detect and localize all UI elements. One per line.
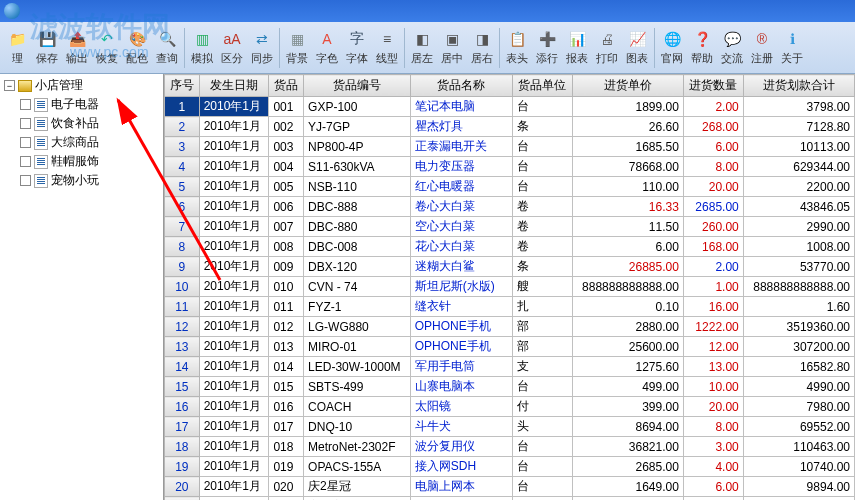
- table-row[interactable]: 192010年1月019OPACS-155A接入网SDH台2685.004.00…: [165, 457, 855, 477]
- row-number: 7: [165, 217, 200, 237]
- table-row[interactable]: 182010年1月018MetroNet-2302F波分复用仪台36821.00…: [165, 437, 855, 457]
- product-name: 花心大白菜: [410, 237, 512, 257]
- table-row[interactable]: 112010年1月011FYZ-1缝衣针扎0.1016.001.60: [165, 297, 855, 317]
- cell: MetroNet-2302F: [304, 437, 411, 457]
- toolbar-线型[interactable]: ≡线型: [372, 24, 402, 72]
- column-header[interactable]: 货品名称: [410, 75, 512, 97]
- toolbar-注册[interactable]: ®注册: [747, 24, 777, 72]
- table-row[interactable]: 102010年1月010CVN - 74斯坦尼斯(水版)艘88888888888…: [165, 277, 855, 297]
- tree-item-大综商品[interactable]: 大综商品: [2, 133, 161, 152]
- price-cell: 36821.00: [572, 437, 683, 457]
- total-cell: 4990.00: [743, 377, 854, 397]
- toolbar-关于[interactable]: ℹ关于: [777, 24, 807, 72]
- column-header[interactable]: 进货数量: [683, 75, 743, 97]
- toolbar-表头[interactable]: 📋表头: [502, 24, 532, 72]
- toolbar-报表[interactable]: 📊报表: [562, 24, 592, 72]
- toolbar-帮助[interactable]: ❓帮助: [687, 24, 717, 72]
- column-header[interactable]: 进货单价: [572, 75, 683, 97]
- table-row[interactable]: 82010年1月008DBC-008花心大白菜卷6.00168.001008.0…: [165, 237, 855, 257]
- table-row[interactable]: 172010年1月017DNQ-10斗牛犬头8694.008.0069552.0…: [165, 417, 855, 437]
- toolbar-交流[interactable]: 💬交流: [717, 24, 747, 72]
- column-header[interactable]: 货品: [269, 75, 304, 97]
- column-header[interactable]: 货品单位: [512, 75, 572, 97]
- data-grid[interactable]: 序号发生日期货品货品编号货品名称货品单位进货单价进货数量进货划款合计 12010…: [164, 74, 855, 500]
- table-row[interactable]: 42010年1月004S11-630kVA电力变压器台78668.008.006…: [165, 157, 855, 177]
- table-row[interactable]: 62010年1月006DBC-888卷心大白菜卷16.332685.004384…: [165, 197, 855, 217]
- price-cell: 25600.00: [572, 337, 683, 357]
- toolbar-恢复[interactable]: ↶恢复: [92, 24, 122, 72]
- toolbar-同步[interactable]: ⇄同步: [247, 24, 277, 72]
- collapse-icon[interactable]: −: [4, 80, 15, 91]
- table-row[interactable]: 132010年1月013MIRO-01OPHONE手机部25600.0012.0…: [165, 337, 855, 357]
- table-row[interactable]: 92010年1月009DBX-120迷糊大白鲨条26885.002.005377…: [165, 257, 855, 277]
- toolbar-图表[interactable]: 📈图表: [622, 24, 652, 72]
- table-row[interactable]: 202010年1月020庆2星冠电脑上网本台1649.006.009894.00: [165, 477, 855, 497]
- product-name: 电脑上网本: [410, 477, 512, 497]
- table-row[interactable]: 152010年1月015SBTS-499山寨电脑本台499.0010.00499…: [165, 377, 855, 397]
- checkbox-icon[interactable]: [20, 118, 31, 129]
- toolbar-区分[interactable]: aA区分: [217, 24, 247, 72]
- main-area: − 小店管理 电子电器饮食补品大综商品鞋帽服饰宠物小玩 序号发生日期货品货品编号…: [0, 74, 855, 500]
- checkbox-icon[interactable]: [20, 99, 31, 110]
- toolbar-保存[interactable]: 💾保存: [32, 24, 62, 72]
- column-header[interactable]: 进货划款合计: [743, 75, 854, 97]
- toolbar-字色[interactable]: A字色: [312, 24, 342, 72]
- table-row[interactable]: 142010年1月014LED-30W-1000M军用手电筒支1275.6013…: [165, 357, 855, 377]
- column-header[interactable]: 发生日期: [199, 75, 269, 97]
- 保存-icon: 💾: [37, 29, 57, 49]
- toolbar-模拟[interactable]: ▥模拟: [187, 24, 217, 72]
- tree-item-label: 饮食补品: [51, 115, 99, 132]
- checkbox-icon[interactable]: [20, 156, 31, 167]
- table-row[interactable]: 12010年1月001GXP-100笔记本电脑台1899.002.003798.…: [165, 97, 855, 117]
- toolbar-字体[interactable]: 字字体: [342, 24, 372, 72]
- 字体-icon: 字: [347, 29, 367, 49]
- qty-cell: 1222.00: [683, 317, 743, 337]
- total-cell: 629344.00: [743, 157, 854, 177]
- checkbox-icon[interactable]: [20, 175, 31, 186]
- tree-item-电子电器[interactable]: 电子电器: [2, 95, 161, 114]
- row-number: 4: [165, 157, 200, 177]
- cell: 018: [269, 437, 304, 457]
- toolbar-查询[interactable]: 🔍查询: [152, 24, 182, 72]
- toolbar-居左[interactable]: ◧居左: [407, 24, 437, 72]
- toolbar-separator: [654, 28, 655, 68]
- toolbar-输出[interactable]: 📤输出: [62, 24, 92, 72]
- tree-item-宠物小玩[interactable]: 宠物小玩: [2, 171, 161, 190]
- tree-item-label: 大综商品: [51, 134, 99, 151]
- row-number: 13: [165, 337, 200, 357]
- toolbar-添行[interactable]: ➕添行: [532, 24, 562, 72]
- table-row[interactable]: 22010年1月002YJ-7GP瞿杰灯具条26.60268.007128.80: [165, 117, 855, 137]
- qty-cell: 8.00: [683, 157, 743, 177]
- toolbar-打印[interactable]: 🖨打印: [592, 24, 622, 72]
- column-header[interactable]: 货品编号: [304, 75, 411, 97]
- toolbar-理[interactable]: 📁理: [2, 24, 32, 72]
- cell: 台: [512, 477, 572, 497]
- tree-root-node[interactable]: − 小店管理: [2, 76, 161, 95]
- cell: DBC-008: [304, 237, 411, 257]
- table-row[interactable]: 32010年1月003NP800-4P正泰漏电开关台1685.506.00101…: [165, 137, 855, 157]
- toolbar-居右[interactable]: ◨居右: [467, 24, 497, 72]
- 添行-icon: ➕: [537, 29, 557, 49]
- table-row[interactable]: 72010年1月007DBC-880空心大白菜卷11.50260.002990.…: [165, 217, 855, 237]
- toolbar-居中[interactable]: ▣居中: [437, 24, 467, 72]
- cell: 017: [269, 417, 304, 437]
- toolbar-背景[interactable]: ▦背景: [282, 24, 312, 72]
- 区分-icon: aA: [222, 29, 242, 49]
- tree-item-饮食补品[interactable]: 饮食补品: [2, 114, 161, 133]
- price-cell: 1899.00: [572, 97, 683, 117]
- toolbar-label: 线型: [376, 51, 398, 66]
- tree-item-鞋帽服饰[interactable]: 鞋帽服饰: [2, 152, 161, 171]
- cell: 支: [512, 357, 572, 377]
- cell: GXP-100: [304, 97, 411, 117]
- table-row[interactable]: 52010年1月005NSB-110红心电暖器台110.0020.002200.…: [165, 177, 855, 197]
- checkbox-icon[interactable]: [20, 137, 31, 148]
- price-cell: 26.60: [572, 117, 683, 137]
- toolbar-官网[interactable]: 🌐官网: [657, 24, 687, 72]
- toolbar-配色[interactable]: 🎨配色: [122, 24, 152, 72]
- column-header[interactable]: 序号: [165, 75, 200, 97]
- total-cell: 2990.00: [743, 217, 854, 237]
- table-row[interactable]: 122010年1月012LG-WG880OPHONE手机部2880.001222…: [165, 317, 855, 337]
- 官网-icon: 🌐: [662, 29, 682, 49]
- table-row[interactable]: 162010年1月016COACH太阳镜付399.0020.007980.00: [165, 397, 855, 417]
- table-row[interactable]: 212010年1月021安儿宝A+婴儿奶粉桶63.0034.002142.00: [165, 497, 855, 501]
